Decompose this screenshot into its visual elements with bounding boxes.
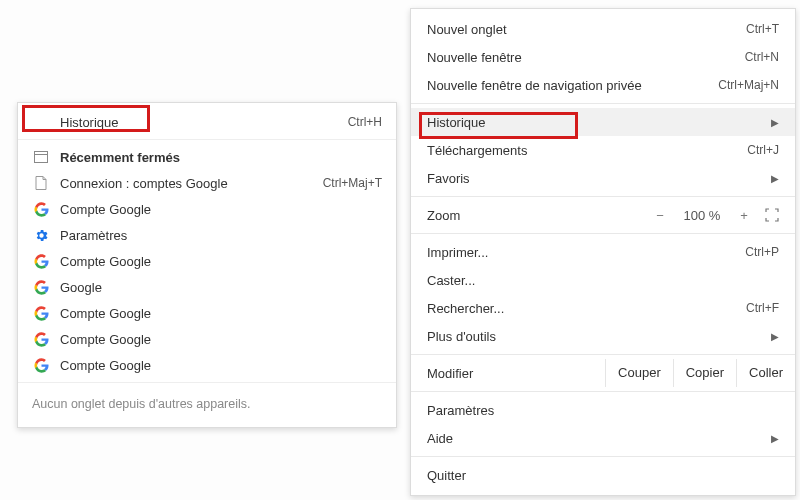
history-item-label: Paramètres [60, 228, 382, 243]
menu-item-new-tab[interactable]: Nouvel onglet Ctrl+T [411, 15, 795, 43]
menu-item-settings[interactable]: Paramètres [411, 396, 795, 424]
menu-item-more-tools[interactable]: Plus d'outils ▶ [411, 322, 795, 350]
menu-item-label: Nouvelle fenêtre [427, 50, 745, 65]
history-item[interactable]: Compte Google [18, 326, 396, 352]
menu-item-shortcut: Ctrl+Maj+N [718, 78, 779, 92]
separator [411, 196, 795, 197]
history-item-label: Compte Google [60, 332, 382, 347]
menu-item-label: Favoris [427, 171, 761, 186]
chrome-main-menu: Nouvel onglet Ctrl+T Nouvelle fenêtre Ct… [410, 8, 796, 496]
separator [18, 382, 396, 383]
menu-item-incognito[interactable]: Nouvelle fenêtre de navigation privée Ct… [411, 71, 795, 99]
menu-item-bookmarks[interactable]: Favoris ▶ [411, 164, 795, 192]
copy-button[interactable]: Copier [673, 359, 736, 387]
menu-item-shortcut: Ctrl+F [746, 301, 779, 315]
menu-item-new-window[interactable]: Nouvelle fenêtre Ctrl+N [411, 43, 795, 71]
menu-item-shortcut: Ctrl+T [746, 22, 779, 36]
history-item-label: Google [60, 280, 382, 295]
heading-label: Récemment fermés [60, 150, 382, 165]
menu-item-edit: Modifier Couper Copier Coller [411, 359, 795, 387]
history-item-label: Compte Google [60, 358, 382, 373]
menu-item-downloads[interactable]: Téléchargements Ctrl+J [411, 136, 795, 164]
menu-item-label: Nouvel onglet [427, 22, 746, 37]
spacer-icon [32, 113, 50, 131]
menu-item-label: Zoom [427, 208, 649, 223]
cut-button[interactable]: Couper [605, 359, 673, 387]
menu-item-label: Aide [427, 431, 761, 446]
menu-item-label: Caster... [427, 273, 779, 288]
document-icon [32, 174, 50, 192]
history-item-label: Compte Google [60, 306, 382, 321]
recently-closed-heading: Récemment fermés [18, 144, 396, 170]
window-icon [32, 148, 50, 166]
history-item[interactable]: Compte Google [18, 300, 396, 326]
history-item[interactable]: Paramètres [18, 222, 396, 248]
separator [411, 103, 795, 104]
separator [411, 354, 795, 355]
zoom-controls: − 100 % + [649, 208, 779, 223]
zoom-out-button[interactable]: − [649, 208, 671, 223]
menu-item-label: Modifier [427, 366, 605, 381]
history-item[interactable]: Compte Google [18, 196, 396, 222]
menu-item-history[interactable]: Historique ▶ [411, 108, 795, 136]
menu-item-zoom: Zoom − 100 % + [411, 201, 795, 229]
history-submenu: Historique Ctrl+H Récemment fermés Conne… [17, 102, 397, 428]
menu-item-shortcut: Ctrl+J [747, 143, 779, 157]
menu-item-label: Historique [427, 115, 761, 130]
menu-item-history[interactable]: Historique Ctrl+H [18, 109, 396, 135]
history-item-label: Compte Google [60, 254, 382, 269]
menu-item-quit[interactable]: Quitter [411, 461, 795, 489]
menu-item-label: Imprimer... [427, 245, 745, 260]
menu-item-label: Plus d'outils [427, 329, 761, 344]
menu-item-label: Rechercher... [427, 301, 746, 316]
menu-item-cast[interactable]: Caster... [411, 266, 795, 294]
google-icon [32, 304, 50, 322]
separator [411, 391, 795, 392]
edit-actions: Couper Copier Coller [605, 359, 795, 387]
menu-item-find[interactable]: Rechercher... Ctrl+F [411, 294, 795, 322]
google-icon [32, 330, 50, 348]
google-icon [32, 278, 50, 296]
history-item-shortcut: Ctrl+Maj+T [323, 176, 382, 190]
google-icon [32, 252, 50, 270]
chevron-right-icon: ▶ [771, 433, 779, 444]
paste-button[interactable]: Coller [736, 359, 795, 387]
history-item-label: Connexion : comptes Google [60, 176, 323, 191]
chevron-right-icon: ▶ [771, 117, 779, 128]
svg-rect-0 [35, 152, 48, 163]
menu-item-print[interactable]: Imprimer... Ctrl+P [411, 238, 795, 266]
separator [411, 233, 795, 234]
history-item[interactable]: Compte Google [18, 248, 396, 274]
menu-item-label: Nouvelle fenêtre de navigation privée [427, 78, 718, 93]
fullscreen-icon[interactable] [765, 208, 779, 222]
history-item-label: Compte Google [60, 202, 382, 217]
menu-item-shortcut: Ctrl+N [745, 50, 779, 64]
menu-item-help[interactable]: Aide ▶ [411, 424, 795, 452]
no-tabs-message: Aucun onglet depuis d'autres appareils. [18, 387, 396, 421]
menu-item-label: Quitter [427, 468, 779, 483]
gear-icon [32, 226, 50, 244]
separator [18, 139, 396, 140]
menu-item-label: Paramètres [427, 403, 779, 418]
menu-item-label: Historique [60, 115, 348, 130]
history-item[interactable]: Connexion : comptes Google Ctrl+Maj+T [18, 170, 396, 196]
zoom-level: 100 % [681, 208, 723, 223]
menu-item-shortcut: Ctrl+P [745, 245, 779, 259]
google-icon [32, 200, 50, 218]
zoom-in-button[interactable]: + [733, 208, 755, 223]
chevron-right-icon: ▶ [771, 331, 779, 342]
menu-item-shortcut: Ctrl+H [348, 115, 382, 129]
history-item[interactable]: Compte Google [18, 352, 396, 378]
separator [411, 456, 795, 457]
chevron-right-icon: ▶ [771, 173, 779, 184]
menu-item-label: Téléchargements [427, 143, 747, 158]
google-icon [32, 356, 50, 374]
history-item[interactable]: Google [18, 274, 396, 300]
